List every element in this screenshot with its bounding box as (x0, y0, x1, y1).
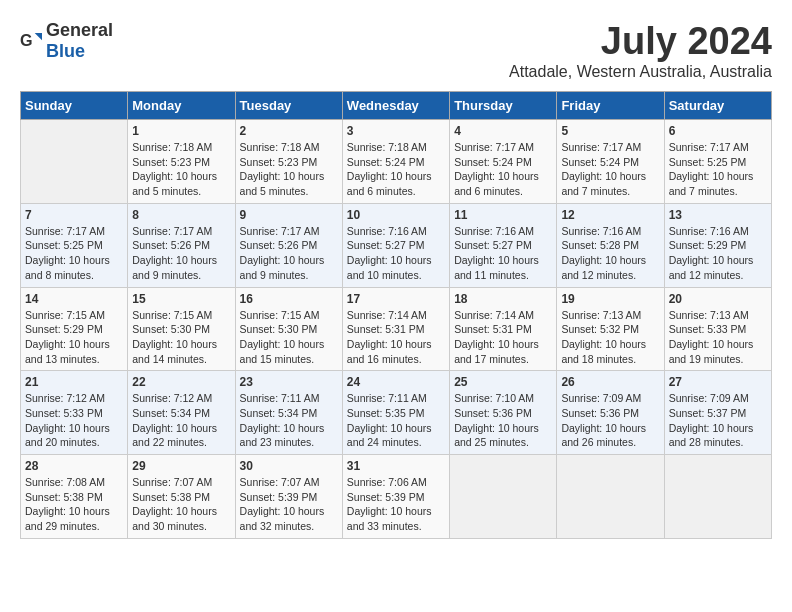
day-info: Sunrise: 7:09 AM Sunset: 5:37 PM Dayligh… (669, 391, 767, 450)
day-info: Sunrise: 7:11 AM Sunset: 5:35 PM Dayligh… (347, 391, 445, 450)
calendar-cell: 19 Sunrise: 7:13 AM Sunset: 5:32 PM Dayl… (557, 287, 664, 371)
weekday-header-wednesday: Wednesday (342, 92, 449, 120)
logo-blue-text: Blue (46, 41, 85, 61)
day-number: 24 (347, 375, 445, 389)
calendar-cell: 20 Sunrise: 7:13 AM Sunset: 5:33 PM Dayl… (664, 287, 771, 371)
calendar-cell: 26 Sunrise: 7:09 AM Sunset: 5:36 PM Dayl… (557, 371, 664, 455)
day-number: 26 (561, 375, 659, 389)
day-number: 19 (561, 292, 659, 306)
day-info: Sunrise: 7:13 AM Sunset: 5:33 PM Dayligh… (669, 308, 767, 367)
day-info: Sunrise: 7:17 AM Sunset: 5:25 PM Dayligh… (669, 140, 767, 199)
calendar-cell: 27 Sunrise: 7:09 AM Sunset: 5:37 PM Dayl… (664, 371, 771, 455)
day-number: 18 (454, 292, 552, 306)
calendar-week-row: 14 Sunrise: 7:15 AM Sunset: 5:29 PM Dayl… (21, 287, 772, 371)
calendar-week-row: 28 Sunrise: 7:08 AM Sunset: 5:38 PM Dayl… (21, 455, 772, 539)
calendar-cell (557, 455, 664, 539)
day-info: Sunrise: 7:08 AM Sunset: 5:38 PM Dayligh… (25, 475, 123, 534)
calendar-cell: 13 Sunrise: 7:16 AM Sunset: 5:29 PM Dayl… (664, 203, 771, 287)
day-info: Sunrise: 7:10 AM Sunset: 5:36 PM Dayligh… (454, 391, 552, 450)
day-info: Sunrise: 7:16 AM Sunset: 5:27 PM Dayligh… (454, 224, 552, 283)
calendar-table: SundayMondayTuesdayWednesdayThursdayFrid… (20, 91, 772, 539)
day-info: Sunrise: 7:17 AM Sunset: 5:26 PM Dayligh… (240, 224, 338, 283)
calendar-cell: 28 Sunrise: 7:08 AM Sunset: 5:38 PM Dayl… (21, 455, 128, 539)
day-info: Sunrise: 7:17 AM Sunset: 5:24 PM Dayligh… (561, 140, 659, 199)
day-info: Sunrise: 7:18 AM Sunset: 5:24 PM Dayligh… (347, 140, 445, 199)
calendar-cell: 3 Sunrise: 7:18 AM Sunset: 5:24 PM Dayli… (342, 120, 449, 204)
weekday-header-thursday: Thursday (450, 92, 557, 120)
day-number: 22 (132, 375, 230, 389)
day-info: Sunrise: 7:17 AM Sunset: 5:24 PM Dayligh… (454, 140, 552, 199)
page-title: July 2024 (509, 20, 772, 63)
day-number: 20 (669, 292, 767, 306)
weekday-header-sunday: Sunday (21, 92, 128, 120)
day-info: Sunrise: 7:15 AM Sunset: 5:30 PM Dayligh… (132, 308, 230, 367)
day-info: Sunrise: 7:07 AM Sunset: 5:38 PM Dayligh… (132, 475, 230, 534)
calendar-cell: 24 Sunrise: 7:11 AM Sunset: 5:35 PM Dayl… (342, 371, 449, 455)
day-number: 25 (454, 375, 552, 389)
day-number: 7 (25, 208, 123, 222)
calendar-cell: 9 Sunrise: 7:17 AM Sunset: 5:26 PM Dayli… (235, 203, 342, 287)
day-info: Sunrise: 7:12 AM Sunset: 5:34 PM Dayligh… (132, 391, 230, 450)
calendar-cell: 11 Sunrise: 7:16 AM Sunset: 5:27 PM Dayl… (450, 203, 557, 287)
day-number: 15 (132, 292, 230, 306)
page-subtitle: Attadale, Western Australia, Australia (509, 63, 772, 81)
day-info: Sunrise: 7:17 AM Sunset: 5:25 PM Dayligh… (25, 224, 123, 283)
day-number: 14 (25, 292, 123, 306)
weekday-header-friday: Friday (557, 92, 664, 120)
calendar-cell: 22 Sunrise: 7:12 AM Sunset: 5:34 PM Dayl… (128, 371, 235, 455)
day-info: Sunrise: 7:13 AM Sunset: 5:32 PM Dayligh… (561, 308, 659, 367)
calendar-cell: 10 Sunrise: 7:16 AM Sunset: 5:27 PM Dayl… (342, 203, 449, 287)
page-header: G General Blue July 2024 Attadale, Weste… (20, 20, 772, 81)
day-number: 30 (240, 459, 338, 473)
svg-text:G: G (20, 31, 33, 49)
svg-marker-1 (35, 33, 42, 40)
calendar-cell: 12 Sunrise: 7:16 AM Sunset: 5:28 PM Dayl… (557, 203, 664, 287)
calendar-cell: 2 Sunrise: 7:18 AM Sunset: 5:23 PM Dayli… (235, 120, 342, 204)
day-number: 11 (454, 208, 552, 222)
calendar-week-row: 1 Sunrise: 7:18 AM Sunset: 5:23 PM Dayli… (21, 120, 772, 204)
calendar-cell (664, 455, 771, 539)
day-number: 9 (240, 208, 338, 222)
calendar-cell: 17 Sunrise: 7:14 AM Sunset: 5:31 PM Dayl… (342, 287, 449, 371)
calendar-cell: 25 Sunrise: 7:10 AM Sunset: 5:36 PM Dayl… (450, 371, 557, 455)
day-number: 5 (561, 124, 659, 138)
day-info: Sunrise: 7:16 AM Sunset: 5:29 PM Dayligh… (669, 224, 767, 283)
day-number: 8 (132, 208, 230, 222)
calendar-cell: 4 Sunrise: 7:17 AM Sunset: 5:24 PM Dayli… (450, 120, 557, 204)
day-info: Sunrise: 7:07 AM Sunset: 5:39 PM Dayligh… (240, 475, 338, 534)
calendar-cell: 30 Sunrise: 7:07 AM Sunset: 5:39 PM Dayl… (235, 455, 342, 539)
calendar-week-row: 7 Sunrise: 7:17 AM Sunset: 5:25 PM Dayli… (21, 203, 772, 287)
day-info: Sunrise: 7:16 AM Sunset: 5:27 PM Dayligh… (347, 224, 445, 283)
day-number: 6 (669, 124, 767, 138)
day-info: Sunrise: 7:18 AM Sunset: 5:23 PM Dayligh… (240, 140, 338, 199)
day-number: 17 (347, 292, 445, 306)
day-number: 1 (132, 124, 230, 138)
weekday-header-monday: Monday (128, 92, 235, 120)
calendar-cell: 8 Sunrise: 7:17 AM Sunset: 5:26 PM Dayli… (128, 203, 235, 287)
weekday-header-tuesday: Tuesday (235, 92, 342, 120)
title-block: July 2024 Attadale, Western Australia, A… (509, 20, 772, 81)
day-number: 23 (240, 375, 338, 389)
day-number: 21 (25, 375, 123, 389)
calendar-cell: 5 Sunrise: 7:17 AM Sunset: 5:24 PM Dayli… (557, 120, 664, 204)
weekday-header-row: SundayMondayTuesdayWednesdayThursdayFrid… (21, 92, 772, 120)
calendar-cell (450, 455, 557, 539)
day-number: 4 (454, 124, 552, 138)
calendar-cell: 31 Sunrise: 7:06 AM Sunset: 5:39 PM Dayl… (342, 455, 449, 539)
day-number: 2 (240, 124, 338, 138)
day-info: Sunrise: 7:14 AM Sunset: 5:31 PM Dayligh… (454, 308, 552, 367)
day-info: Sunrise: 7:15 AM Sunset: 5:30 PM Dayligh… (240, 308, 338, 367)
logo-icon: G (20, 30, 42, 52)
day-info: Sunrise: 7:17 AM Sunset: 5:26 PM Dayligh… (132, 224, 230, 283)
day-info: Sunrise: 7:18 AM Sunset: 5:23 PM Dayligh… (132, 140, 230, 199)
calendar-cell (21, 120, 128, 204)
day-number: 3 (347, 124, 445, 138)
calendar-cell: 16 Sunrise: 7:15 AM Sunset: 5:30 PM Dayl… (235, 287, 342, 371)
calendar-cell: 14 Sunrise: 7:15 AM Sunset: 5:29 PM Dayl… (21, 287, 128, 371)
calendar-cell: 18 Sunrise: 7:14 AM Sunset: 5:31 PM Dayl… (450, 287, 557, 371)
day-info: Sunrise: 7:12 AM Sunset: 5:33 PM Dayligh… (25, 391, 123, 450)
day-info: Sunrise: 7:15 AM Sunset: 5:29 PM Dayligh… (25, 308, 123, 367)
day-number: 27 (669, 375, 767, 389)
day-number: 10 (347, 208, 445, 222)
day-number: 31 (347, 459, 445, 473)
